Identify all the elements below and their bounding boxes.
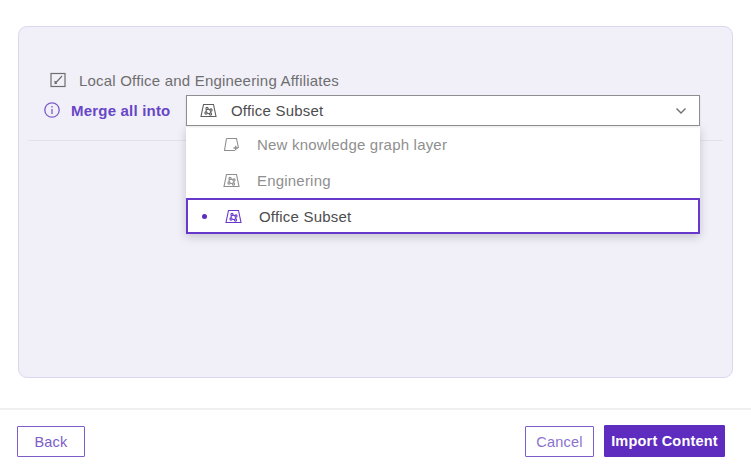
merge-target-dropdown-menu: New knowledge graph layer Enginering: [186, 126, 700, 234]
merge-target-select[interactable]: Office Subset: [186, 95, 700, 126]
footer-divider: [0, 408, 751, 410]
source-layer-label: Local Office and Engineering Affiliates: [79, 72, 339, 89]
import-content-dialog: Local Office and Engineering Affiliates …: [0, 0, 751, 470]
option-label: Enginering: [257, 172, 331, 189]
cancel-button[interactable]: Cancel: [525, 426, 594, 457]
new-knowledge-graph-layer-icon: [222, 136, 241, 153]
option-office-subset[interactable]: Office Subset: [186, 198, 700, 234]
merge-all-into-label: Merge all into: [71, 102, 170, 119]
back-button[interactable]: Back: [17, 426, 85, 457]
merge-all-into-row: Merge all into: [43, 101, 170, 119]
option-enginering[interactable]: Enginering: [186, 162, 700, 198]
option-label: Office Subset: [259, 208, 351, 225]
knowledge-graph-layer-icon: [224, 208, 243, 225]
option-label: New knowledge graph layer: [257, 136, 447, 153]
layer-edit-icon: [49, 71, 67, 89]
knowledge-graph-layer-icon: [222, 172, 241, 189]
merge-target-select-value: Office Subset: [231, 102, 662, 119]
source-layer-row: Local Office and Engineering Affiliates: [49, 71, 339, 89]
info-icon[interactable]: [43, 101, 61, 119]
import-content-button[interactable]: Import Content: [604, 425, 725, 457]
knowledge-graph-layer-icon: [199, 102, 218, 119]
option-new-knowledge-graph-layer[interactable]: New knowledge graph layer: [186, 126, 700, 162]
selected-bullet-icon: [202, 214, 207, 219]
chevron-down-icon: [675, 107, 687, 115]
